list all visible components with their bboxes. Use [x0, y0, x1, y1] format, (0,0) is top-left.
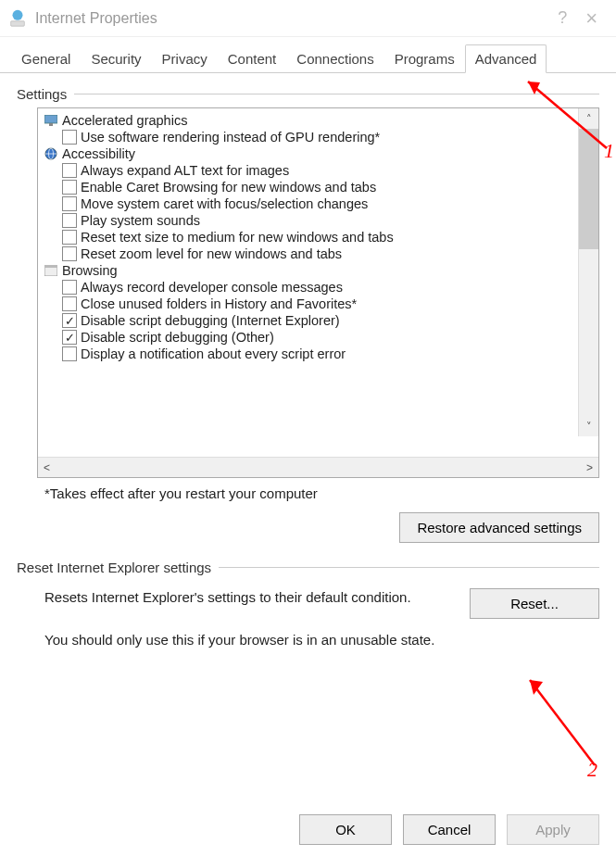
scroll-left-icon[interactable]: < — [44, 461, 50, 474]
checkbox[interactable] — [62, 196, 77, 211]
option-label: Use software rendering instead of GPU re… — [81, 130, 380, 145]
browsing-icon — [44, 263, 58, 278]
restart-note: *Takes effect after you restart your com… — [44, 485, 599, 501]
divider — [74, 94, 599, 94]
option-alt-text[interactable]: Always expand ALT text for images — [44, 162, 597, 179]
checkbox[interactable] — [62, 163, 77, 178]
cancel-button[interactable]: Cancel — [403, 814, 496, 845]
settings-group-label: Settings — [17, 86, 599, 102]
reset-group: Reset Internet Explorer settings Resets … — [17, 560, 599, 648]
reset-warning: You should only use this if your browser… — [44, 632, 599, 648]
tab-strip: General Security Privacy Content Connect… — [0, 37, 616, 73]
option-label: Move system caret with focus/selection c… — [81, 196, 368, 211]
option-label: Disable script debugging (Internet Explo… — [81, 313, 340, 328]
annotation-label-2: 2 — [587, 758, 597, 782]
option-label: Reset zoom level for new windows and tab… — [81, 246, 342, 261]
titlebar-controls: ? × — [558, 6, 609, 31]
divider — [219, 567, 599, 568]
horizontal-scrollbar[interactable]: < > — [38, 457, 598, 477]
checkbox[interactable] — [62, 280, 77, 295]
category-accessibility: Accessibility — [44, 145, 597, 162]
svg-rect-2 — [44, 115, 57, 123]
monitor-icon — [44, 113, 58, 128]
svg-rect-1 — [11, 20, 25, 26]
tab-privacy[interactable]: Privacy — [152, 44, 218, 73]
checkbox[interactable] — [62, 330, 77, 345]
tab-programs[interactable]: Programs — [384, 44, 465, 73]
help-icon[interactable]: ? — [558, 8, 567, 28]
tab-content[interactable]: Content — [218, 44, 287, 73]
reset-group-label: Reset Internet Explorer settings — [17, 560, 599, 575]
option-move-caret[interactable]: Move system caret with focus/selection c… — [44, 195, 597, 212]
option-script-error-notify[interactable]: Display a notification about every scrip… — [44, 346, 597, 362]
svg-rect-3 — [49, 123, 53, 126]
apply-button[interactable]: Apply — [507, 814, 599, 845]
option-label: Always expand ALT text for images — [81, 163, 289, 178]
svg-rect-8 — [44, 265, 57, 268]
checkbox[interactable] — [62, 213, 77, 228]
category-label: Accessibility — [62, 146, 135, 161]
app-icon — [7, 8, 28, 29]
scrollbar-thumb[interactable] — [579, 129, 598, 249]
option-disable-script-ie[interactable]: Disable script debugging (Internet Explo… — [44, 312, 597, 329]
close-icon[interactable]: × — [585, 6, 597, 31]
category-label: Accelerated graphics — [62, 113, 187, 128]
option-label: Close unused folders in History and Favo… — [81, 296, 357, 311]
option-caret-browsing[interactable]: Enable Caret Browsing for new windows an… — [44, 179, 597, 195]
checkbox[interactable] — [62, 130, 77, 145]
scroll-up-icon[interactable]: ˄ — [579, 108, 598, 129]
checkbox[interactable] — [62, 313, 77, 328]
tab-general[interactable]: General — [11, 44, 81, 73]
scroll-down-icon[interactable]: ˅ — [579, 416, 598, 436]
settings-group-text: Settings — [17, 86, 67, 102]
tab-panel-advanced: Settings Accelerated graphics Use softwa… — [0, 73, 616, 648]
reset-group-text: Reset Internet Explorer settings — [17, 560, 211, 575]
vertical-scrollbar[interactable]: ˄ ˅ — [578, 108, 598, 436]
option-label: Always record developer console messages — [81, 280, 343, 295]
svg-point-0 — [13, 9, 23, 19]
option-label: Display a notification about every scrip… — [81, 346, 346, 361]
checkbox[interactable] — [62, 246, 77, 261]
category-label: Browsing — [62, 263, 118, 278]
svg-marker-12 — [530, 680, 543, 695]
option-label: Reset text size to medium for new window… — [81, 230, 394, 245]
category-accelerated-graphics: Accelerated graphics — [44, 112, 597, 129]
globe-icon — [44, 146, 58, 161]
option-close-folders[interactable]: Close unused folders in History and Favo… — [44, 296, 597, 312]
option-play-sounds[interactable]: Play system sounds — [44, 212, 597, 229]
settings-listbox: Accelerated graphics Use software render… — [37, 107, 599, 478]
option-reset-zoom[interactable]: Reset zoom level for new windows and tab… — [44, 245, 597, 262]
option-disable-script-other[interactable]: Disable script debugging (Other) — [44, 329, 597, 346]
tab-connections[interactable]: Connections — [286, 44, 383, 73]
scroll-right-icon[interactable]: > — [586, 461, 593, 474]
option-reset-text-size[interactable]: Reset text size to medium for new window… — [44, 229, 597, 245]
reset-button[interactable]: Reset... — [470, 588, 599, 619]
checkbox[interactable] — [62, 230, 77, 245]
ok-button[interactable]: OK — [299, 814, 392, 845]
settings-scroll-area[interactable]: Accelerated graphics Use software render… — [38, 108, 598, 457]
annotation-label-1: 1 — [604, 139, 614, 163]
category-browsing: Browsing — [44, 262, 597, 279]
checkbox[interactable] — [62, 296, 77, 311]
option-console-messages[interactable]: Always record developer console messages — [44, 279, 597, 296]
option-label: Play system sounds — [81, 213, 200, 228]
titlebar: Internet Properties ? × — [0, 0, 616, 37]
dialog-button-row: OK Cancel Apply — [299, 814, 599, 845]
option-software-rendering[interactable]: Use software rendering instead of GPU re… — [44, 129, 597, 145]
reset-description: Resets Internet Explorer's settings to t… — [44, 588, 451, 607]
checkbox[interactable] — [62, 346, 77, 361]
annotation-arrow-2 — [519, 673, 611, 774]
restore-advanced-button[interactable]: Restore advanced settings — [399, 512, 599, 543]
tab-security[interactable]: Security — [81, 44, 151, 73]
option-label: Enable Caret Browsing for new windows an… — [81, 180, 376, 195]
option-label: Disable script debugging (Other) — [81, 330, 274, 345]
checkbox[interactable] — [62, 180, 77, 195]
tab-advanced[interactable]: Advanced — [465, 44, 547, 73]
window-title: Internet Properties — [35, 10, 558, 27]
svg-line-11 — [530, 680, 595, 765]
